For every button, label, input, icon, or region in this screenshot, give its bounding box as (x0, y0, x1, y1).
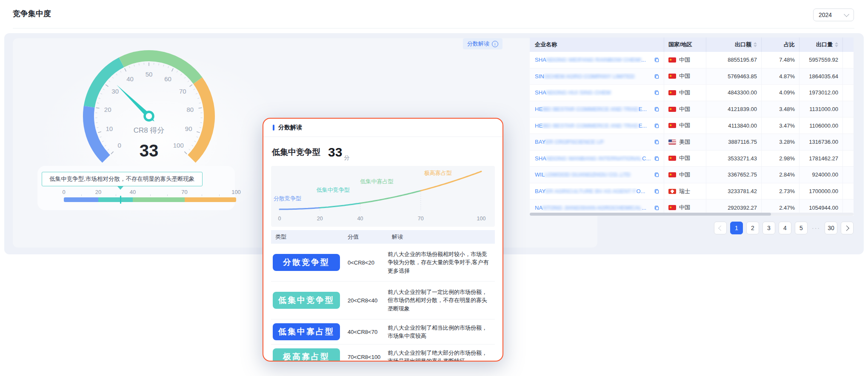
type-table-row: 分散竞争型0<CR8<20前八大企业的市场份额相对较小，市场竞争较为分散，存在大… (271, 244, 495, 282)
result-score: 33 (328, 146, 342, 159)
col-header-export-qty-sort[interactable]: 出口量 (799, 37, 843, 52)
curve-segment-label: 低集中寡占型 (360, 178, 394, 185)
country-cell: ★中国 (664, 68, 706, 85)
curve-segment (320, 203, 360, 208)
gauge-tick (190, 85, 192, 87)
copy-icon[interactable] (654, 123, 660, 128)
company-table-body: SHANDONG WEIFANG RAINBOW CHEMI...★中国8855… (530, 52, 854, 216)
sort-icon[interactable] (835, 42, 838, 47)
spacer-cell (843, 52, 854, 68)
export-value-cell: 4843300.00 (706, 85, 762, 101)
copy-icon[interactable] (654, 188, 660, 194)
flag-ch-icon (668, 189, 676, 194)
range-minor-tick (150, 194, 151, 196)
next-page-button[interactable] (841, 222, 854, 234)
header-divider (13, 28, 854, 28)
copy-icon[interactable] (654, 205, 660, 211)
range-segment (98, 197, 133, 202)
country-cell: ★中国 (664, 52, 706, 68)
company-name-link[interactable]: SHANDONG HUI SING CHEM (530, 85, 664, 101)
flag-cn-icon: ★ (668, 90, 676, 95)
company-name-link[interactable]: SHANDONG WANBANG INTERNATIONALC... (530, 151, 664, 167)
company-name-link[interactable]: HEBEI BESTAR COMMERCE AND TRADE... (530, 117, 664, 134)
type-table-row: 低集中竞争型20<CR8<40前八大企业控制了一定比例的市场份额，但市场仍然相对… (271, 282, 495, 319)
gauge-tick (177, 71, 177, 73)
year-select-value: 2024 (819, 11, 832, 18)
flag-cn-icon: ★ (668, 107, 676, 112)
table-row: WILLOWOOD GUANGZHOU CO.,LTD★中国3367652.75… (530, 167, 854, 183)
share-cell: 2.73% (762, 183, 799, 199)
range-minor-tick (81, 194, 82, 196)
export-qty-cell: 1700000.00 (799, 183, 843, 199)
copy-icon[interactable] (654, 156, 660, 161)
col-header-export-value-sort[interactable]: 出口额 (706, 37, 762, 52)
export-qty-cell: 5957559.92 (799, 52, 843, 68)
gauge-tick (197, 137, 198, 137)
page-button-5[interactable]: 5 (795, 222, 808, 234)
copy-icon[interactable] (654, 106, 660, 112)
gauge-tick (194, 89, 195, 90)
copy-icon[interactable] (654, 172, 660, 177)
export-value-cell: 3533271.43 (706, 151, 762, 167)
sort-icon[interactable] (754, 42, 757, 47)
range-bar (64, 197, 236, 202)
gauge-tick (112, 77, 114, 78)
curve-segment (360, 191, 421, 203)
gauge-tick (154, 63, 154, 65)
page-button-3[interactable]: 3 (762, 222, 775, 234)
gauge-needle-hub (145, 112, 153, 120)
page-button-2[interactable]: 2 (746, 222, 759, 234)
year-select[interactable]: 2024 (813, 9, 854, 21)
table-row: SHANDONG WANBANG INTERNATIONALC...★中国353… (530, 151, 854, 167)
range-segment (64, 197, 98, 202)
type-description: 前八大企业控制了绝大部分的市场份额，市场呈现出明显的寡头垄断特征 (388, 345, 495, 362)
scrollbar-thumb[interactable] (530, 213, 771, 216)
export-qty-cell: 1864035.64 (799, 68, 843, 85)
gauge-tick (116, 74, 117, 75)
type-description: 前八大企业控制了一定比例的市场份额，但市场仍然相对分散，不存在明显的寡头垄断现象 (388, 285, 495, 316)
share-cell: 2.98% (762, 151, 799, 167)
gauge-tick-label: 80 (186, 106, 194, 113)
page-button-4[interactable]: 4 (779, 222, 791, 234)
score-explain-button[interactable]: 分数解读 (463, 38, 503, 49)
page-button-30[interactable]: 30 (825, 222, 837, 234)
company-name-link[interactable]: SINOCHEM AGRO COMPANY LIMITED (530, 68, 664, 85)
gauge-tick (96, 108, 100, 108)
range-segment (133, 197, 185, 202)
gauge-tick (184, 77, 186, 78)
company-name-link[interactable]: BAYER CROPSCIENCE LP (530, 134, 664, 150)
gauge-tick (106, 85, 108, 87)
gauge-tick (192, 145, 194, 146)
gauge-tick (102, 141, 104, 142)
export-value-cell: 3233781.42 (706, 183, 762, 199)
horizontal-scrollbar[interactable] (530, 213, 854, 216)
gauge-tick (197, 132, 200, 133)
company-name-link[interactable]: HEBEI BESTAR COMMERCE AND TRADE... (530, 101, 664, 117)
copy-icon[interactable] (654, 90, 660, 95)
company-name-link[interactable]: BAYER AGRICULTURE BV AS AGENT FO... (530, 183, 664, 199)
spacer-cell (843, 167, 854, 183)
company-name-link[interactable]: WILLOWOOD GUANGZHOU CO.,LTD (530, 167, 664, 183)
company-name-link[interactable]: SHANDONG WEIFANG RAINBOW CHEMI... (530, 52, 664, 68)
prev-page-button[interactable] (714, 222, 727, 234)
gauge-tick (129, 66, 130, 68)
flag-cn-icon: ★ (668, 123, 676, 128)
result-type: 低集中竞争型 (272, 147, 320, 158)
table-row: HEBEI BESTAR COMMERCE AND TRADE...★中国411… (530, 117, 854, 134)
page-button-1[interactable]: 1 (730, 222, 743, 234)
gauge-tick (139, 63, 139, 66)
gauge-tick (200, 128, 201, 128)
spacer-cell (843, 85, 854, 101)
copy-icon[interactable] (654, 57, 660, 63)
type-badge: 低集中竞争型 (273, 292, 340, 309)
copy-icon[interactable] (654, 139, 660, 145)
gauge-tick-label: 30 (111, 88, 119, 95)
cr8-gauge-chart: 0102030405060708090100CR8 得分33 (55, 33, 243, 174)
chevron-left-icon (718, 225, 724, 231)
export-qty-cell: 1131000.00 (799, 101, 843, 117)
share-cell: 7.48% (762, 52, 799, 68)
copy-icon[interactable] (654, 74, 660, 79)
pagination-ellipsis[interactable]: ··· (812, 225, 820, 231)
type-table-header: 类型 分值 解读 (271, 230, 495, 244)
result-score-unit: 分 (344, 154, 349, 165)
